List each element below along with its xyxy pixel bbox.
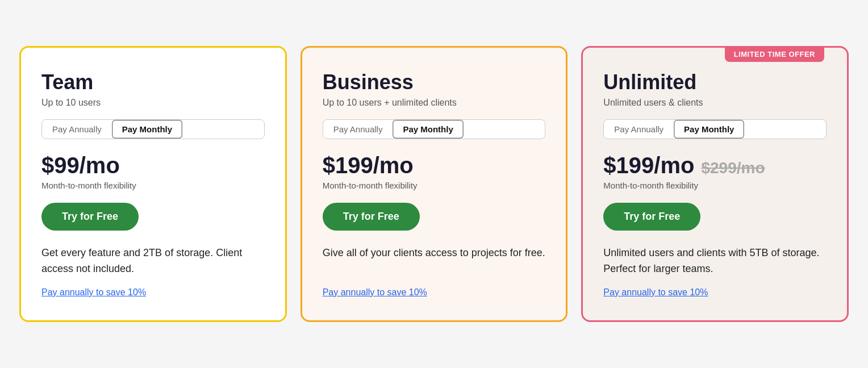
price-label-business: Month-to-month flexibility (323, 181, 546, 190)
price-main-unlimited: $199/mo (603, 153, 694, 178)
pricing-container: Team Up to 10 users Pay Annually Pay Mon… (19, 46, 849, 322)
save-link-unlimited[interactable]: Pay annually to save 10% (603, 287, 827, 298)
price-main-business: $199/mo (323, 153, 414, 178)
plan-description-unlimited: Unlimited users and clients with 5TB of … (603, 245, 827, 277)
toggle-group-unlimited[interactable]: Pay Annually Pay Monthly (603, 119, 827, 139)
toggle-monthly-unlimited[interactable]: Pay Monthly (674, 120, 744, 139)
plan-name-team: Team (41, 70, 265, 94)
pricing-card-business: Business Up to 10 users + unlimited clie… (301, 46, 568, 322)
price-row-business: $199/mo (323, 153, 546, 178)
limited-time-badge: LIMITED TIME OFFER (725, 47, 824, 62)
toggle-monthly-business[interactable]: Pay Monthly (393, 120, 463, 139)
toggle-annually-unlimited[interactable]: Pay Annually (604, 120, 674, 139)
try-free-button-business[interactable]: Try for Free (323, 203, 420, 231)
price-row-unlimited: $199/mo$299/mo (603, 153, 827, 178)
toggle-group-business[interactable]: Pay Annually Pay Monthly (323, 119, 546, 139)
pricing-card-team: Team Up to 10 users Pay Annually Pay Mon… (19, 46, 287, 322)
toggle-annually-business[interactable]: Pay Annually (323, 120, 393, 139)
price-label-unlimited: Month-to-month flexibility (603, 181, 827, 190)
price-row-team: $99/mo (41, 153, 265, 178)
plan-name-business: Business (323, 70, 546, 94)
toggle-monthly-team[interactable]: Pay Monthly (112, 120, 182, 139)
plan-name-unlimited: Unlimited (603, 70, 827, 94)
toggle-annually-team[interactable]: Pay Annually (42, 120, 112, 139)
price-main-team: $99/mo (41, 153, 120, 178)
try-free-button-team[interactable]: Try for Free (41, 203, 139, 231)
plan-subtitle-business: Up to 10 users + unlimited clients (323, 98, 546, 108)
try-free-button-unlimited[interactable]: Try for Free (603, 203, 700, 231)
toggle-group-team[interactable]: Pay Annually Pay Monthly (41, 119, 265, 139)
save-link-business[interactable]: Pay annually to save 10% (323, 287, 546, 298)
price-label-team: Month-to-month flexibility (41, 181, 265, 190)
plan-description-team: Get every feature and 2TB of storage. Cl… (41, 245, 265, 277)
price-original-unlimited: $299/mo (701, 159, 765, 177)
plan-subtitle-team: Up to 10 users (41, 98, 265, 108)
plan-subtitle-unlimited: Unlimited users & clients (603, 98, 827, 108)
plan-description-business: Give all of your clients access to proje… (323, 245, 546, 261)
save-link-team[interactable]: Pay annually to save 10% (41, 287, 265, 298)
pricing-card-unlimited: LIMITED TIME OFFER Unlimited Unlimited u… (581, 46, 849, 322)
